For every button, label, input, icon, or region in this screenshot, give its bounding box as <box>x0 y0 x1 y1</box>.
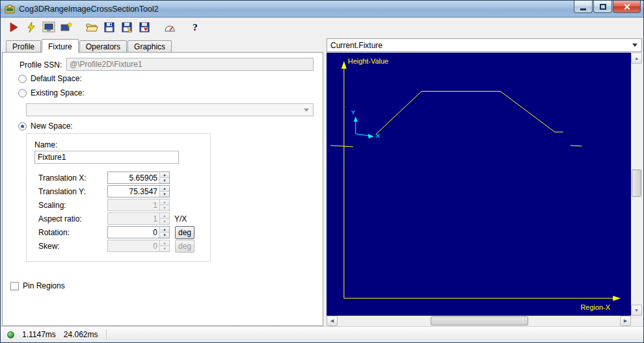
spin-down-icon[interactable]: ▼ <box>160 178 169 183</box>
rotation-input[interactable] <box>108 227 159 238</box>
spin-down-icon[interactable]: ▼ <box>160 192 169 197</box>
mini-x-arrow-icon <box>368 134 374 138</box>
rotation-deg-button[interactable]: deg <box>175 226 195 239</box>
status-time-2: 24.062ms <box>64 330 98 339</box>
help-button[interactable]: ? <box>187 20 203 34</box>
field-label: Translation X: <box>38 173 87 183</box>
display-icon <box>42 21 55 33</box>
status-led-icon <box>7 331 14 338</box>
benchmark-icon <box>163 21 176 33</box>
spin-up-icon[interactable]: ▲ <box>160 186 169 192</box>
profile-segment-left <box>330 146 353 147</box>
spin-buttons: ▲ ▼ <box>159 172 169 183</box>
field-label: Scaling: <box>38 201 66 210</box>
spin-buttons: ▲ ▼ <box>159 240 169 251</box>
field-label: Skew: <box>38 242 60 251</box>
profile-segment-right <box>570 146 582 146</box>
profile-graph: Height-Value Region-X Y X <box>327 53 631 316</box>
maximize-button[interactable] <box>593 1 612 13</box>
translation-y-input[interactable] <box>108 186 159 197</box>
profile-polyline <box>376 92 563 135</box>
tab-graphics[interactable]: Graphics <box>127 40 172 52</box>
vertical-scrollbar[interactable]: ▲ ▼ <box>631 53 642 316</box>
region-axis-label: Region-X <box>580 303 610 311</box>
spin-buttons: ▲ ▼ <box>159 213 169 224</box>
rotation-stepper: ▲ ▼ <box>107 226 170 238</box>
aspect-ratio-stepper: ▲ ▼ <box>107 212 170 225</box>
minimize-icon <box>580 8 586 10</box>
title-bar[interactable]: Cog3DRangeImageCrossSectionTool2 <box>1 1 643 18</box>
save-as-button[interactable] <box>119 20 135 34</box>
radio-new-space[interactable]: New Space: <box>18 121 73 131</box>
tab-fixture[interactable]: Fixture <box>42 39 79 53</box>
checkbox-label: Pin Regions <box>23 281 65 290</box>
run-button[interactable] <box>6 20 21 34</box>
pin-regions-checkbox[interactable]: Pin Regions <box>10 281 65 290</box>
translation-x-input[interactable] <box>108 172 159 183</box>
scroll-up-icon[interactable]: ▲ <box>631 53 642 64</box>
mini-y-label: Y <box>351 108 356 116</box>
name-label: Name: <box>34 140 57 149</box>
scaling-row: Scaling: ▲ ▼ <box>27 199 210 212</box>
tab-profile[interactable]: Profile <box>6 40 41 52</box>
profile-display[interactable]: Height-Value Region-X Y X <box>327 53 631 316</box>
radio-label: Default Space: <box>31 74 82 83</box>
save-icon <box>103 21 115 33</box>
save-results-button[interactable] <box>137 20 152 34</box>
skew-input <box>108 240 159 251</box>
chevron-down-icon <box>632 44 637 47</box>
spin-up-icon[interactable]: ▲ <box>160 172 169 178</box>
save-button[interactable] <box>101 20 117 34</box>
spin-down-icon: ▼ <box>160 205 169 210</box>
add-display-button[interactable] <box>59 20 74 34</box>
x-axis-arrow-icon <box>613 296 621 301</box>
show-display-button[interactable] <box>41 20 57 34</box>
radio-icon <box>18 89 27 97</box>
profile-ssn-label: Profile SSN: <box>20 60 62 70</box>
benchmark-button[interactable] <box>162 20 178 34</box>
radio-existing-space[interactable]: Existing Space: <box>18 88 85 97</box>
minimize-button[interactable] <box>574 1 593 13</box>
spin-buttons: ▲ ▼ <box>159 199 169 210</box>
radio-label: New Space: <box>31 121 73 131</box>
vertical-scroll-thumb[interactable] <box>632 170 641 197</box>
toolbar: ? <box>1 18 643 37</box>
field-label: Aspect ratio: <box>38 214 82 223</box>
mini-y-arrow-icon <box>354 116 358 121</box>
mini-x-axis <box>356 134 370 136</box>
scroll-left-icon[interactable]: ◀ <box>327 316 338 326</box>
save-results-icon <box>139 21 150 33</box>
live-run-button[interactable] <box>23 20 39 34</box>
horizontal-scrollbar[interactable]: ◀ ▶ <box>327 316 631 326</box>
translation-x-row: Translation X: ▲ ▼ <box>27 172 210 184</box>
spin-down-icon[interactable]: ▼ <box>160 233 169 238</box>
scroll-down-icon[interactable]: ▼ <box>631 305 642 316</box>
horizontal-scroll-thumb[interactable] <box>431 316 528 325</box>
tab-operators[interactable]: Operators <box>79 40 127 52</box>
maximize-icon <box>600 4 606 10</box>
radio-icon <box>18 75 27 83</box>
close-button[interactable] <box>613 1 641 13</box>
display-area: Height-Value Region-X Y X <box>327 53 642 326</box>
window-title: Cog3DRangeImageCrossSectionTool2 <box>19 5 574 14</box>
aspect-ratio-suffix: Y/X <box>174 214 187 223</box>
scroll-right-icon[interactable]: ▶ <box>620 316 631 326</box>
radio-default-space[interactable]: Default Space: <box>18 74 82 83</box>
spin-up-icon: ▲ <box>160 199 169 205</box>
existing-space-combo <box>26 103 314 116</box>
spin-up-icon: ▲ <box>160 240 169 246</box>
open-file-button[interactable] <box>84 20 100 34</box>
spin-up-icon[interactable]: ▲ <box>160 227 169 233</box>
spin-up-icon: ▲ <box>160 213 169 219</box>
open-folder-icon <box>85 21 98 33</box>
display-selector-combo[interactable]: Current.Fixture <box>327 38 642 52</box>
radio-label: Existing Space: <box>31 88 85 97</box>
lightning-icon <box>25 21 37 33</box>
name-field[interactable] <box>34 151 179 164</box>
checkbox-icon <box>10 282 19 290</box>
mini-x-label: X <box>376 132 381 139</box>
help-icon: ? <box>193 22 198 33</box>
chevron-down-icon <box>304 108 309 112</box>
field-label: Rotation: <box>38 228 70 237</box>
spin-buttons: ▲ ▼ <box>159 186 169 197</box>
